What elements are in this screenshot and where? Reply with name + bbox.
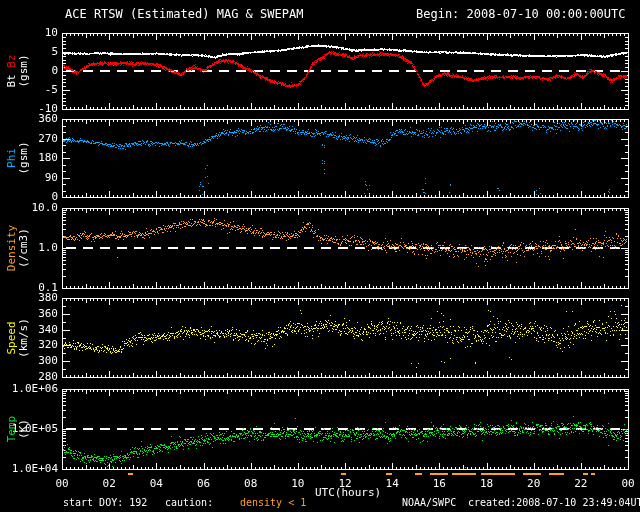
ytick-label-mag: 10	[0, 27, 58, 39]
xtick-label: 08	[244, 478, 257, 490]
xtick-label: 04	[150, 478, 163, 490]
xtick-label: 00	[621, 478, 634, 490]
footer-caution-item: density < 1	[240, 497, 306, 508]
xtick-label: 06	[197, 478, 210, 490]
xtick-label: 12	[338, 478, 351, 490]
footer-start-doy: start DOY: 192	[63, 497, 147, 508]
yaxis-title-density: Density(/cm3)	[6, 225, 30, 271]
xtick-label: 02	[103, 478, 116, 490]
page-title: ACE RTSW (Estimated) MAG & SWEPAM	[65, 8, 303, 21]
ytick-label-phi: 360	[0, 113, 58, 125]
yaxis-title-speed: Speed(km/s)	[6, 318, 30, 358]
yaxis-title-mag: Bt Bz(gsm)	[6, 54, 30, 87]
ytick-label-density: 10.0	[0, 202, 58, 214]
xtick-label: 00	[55, 478, 68, 490]
ace-rtsw-plot: ACE RTSW (Estimated) MAG & SWEPAM Begin:…	[0, 0, 640, 512]
plot-canvas	[0, 0, 640, 512]
ytick-label-temp: 1.0E+06	[0, 383, 58, 395]
footer-created-timestamp: created:2008-07-10 23:49:04UTC	[468, 497, 640, 508]
xtick-label: 16	[433, 478, 446, 490]
ytick-label-temp: 1.0E+04	[0, 463, 58, 475]
xtick-label: 14	[386, 478, 399, 490]
xtick-label: 22	[574, 478, 587, 490]
footer-agency: NOAA/SWPC	[402, 497, 456, 508]
begin-timestamp: Begin: 2008-07-10 00:00:00UTC	[416, 8, 626, 21]
xtick-label: 18	[480, 478, 493, 490]
xtick-label: 20	[527, 478, 540, 490]
yaxis-title-temp: Temp(K)	[6, 416, 30, 443]
xtick-label: 10	[291, 478, 304, 490]
ytick-label-speed: 380	[0, 292, 58, 304]
footer-caution-label: caution:	[165, 497, 213, 508]
yaxis-title-phi: Phi(gsm)	[6, 141, 30, 174]
